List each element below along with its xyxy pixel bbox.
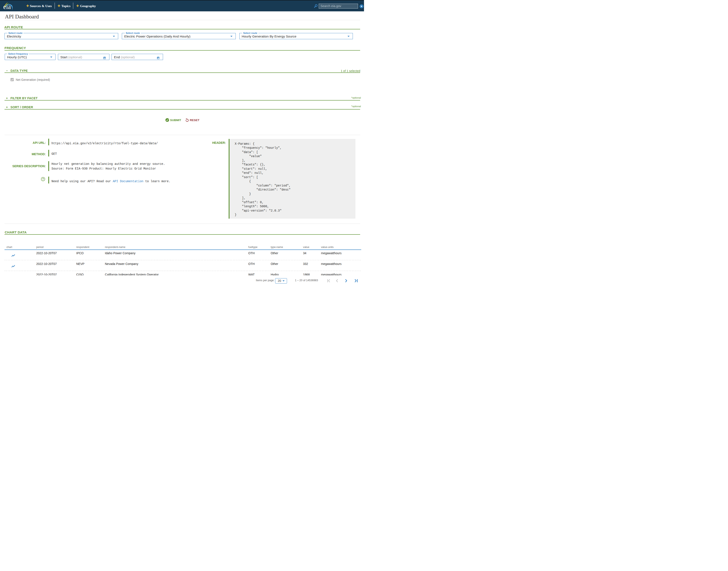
- svg-text:?: ?: [42, 178, 44, 181]
- svg-text:eia: eia: [3, 3, 11, 10]
